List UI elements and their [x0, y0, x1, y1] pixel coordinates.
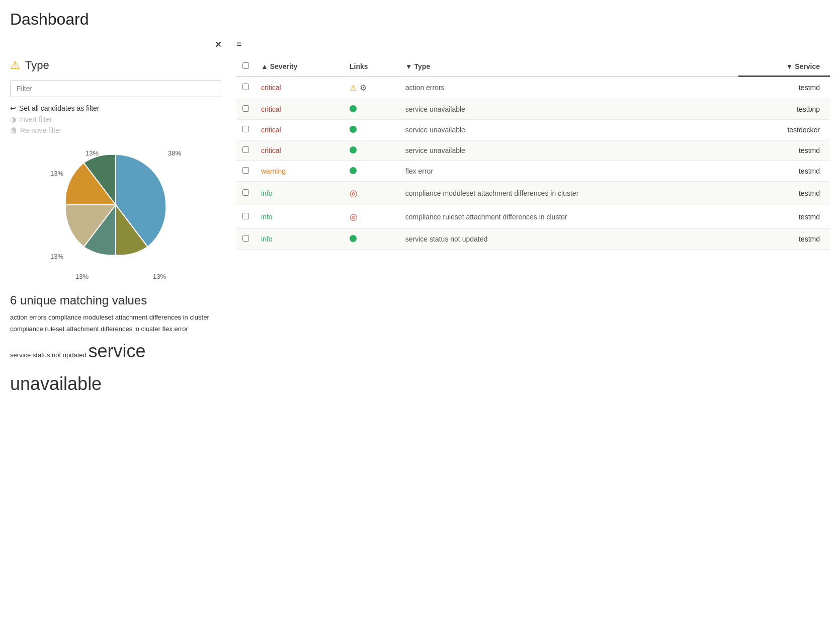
row-checkbox-cell	[236, 119, 255, 140]
row-severity: critical	[255, 76, 344, 99]
green-dot-icon	[350, 126, 357, 133]
green-dot-icon	[350, 105, 357, 112]
header-severity[interactable]: ▲ Severity	[255, 57, 344, 76]
row-severity: info	[255, 205, 344, 228]
row-checkbox-cell	[236, 181, 255, 205]
header-type[interactable]: ▼ Type	[399, 57, 738, 76]
row-links	[344, 229, 399, 248]
row-links	[344, 120, 399, 139]
row-checkbox-cell	[236, 228, 255, 249]
pie-chart: 38% 13% 13% 13% 13% 13%	[45, 144, 186, 285]
sidebar-actions: ↩ Set all candidates as filter ◑ Invert …	[10, 104, 221, 134]
row-type: service unavailable	[399, 99, 738, 119]
remove-filter-action: 🗑 Remove filter	[10, 126, 221, 134]
header-checkbox-cell	[236, 57, 255, 76]
row-severity: info	[255, 228, 344, 249]
arrow-back-icon: ↩	[10, 104, 16, 112]
row-checkbox-cell	[236, 76, 255, 99]
row-service: testbnp	[738, 99, 830, 119]
row-checkbox[interactable]	[242, 213, 249, 219]
green-dot-icon	[350, 167, 357, 174]
close-button[interactable]: ×	[215, 39, 221, 50]
row-checkbox[interactable]	[242, 126, 249, 132]
unique-count: 6 unique matching values	[10, 293, 221, 307]
row-service: testdocker	[738, 119, 830, 140]
set-candidates-action[interactable]: ↩ Set all candidates as filter	[10, 104, 221, 112]
sort-up-icon: ▲	[261, 62, 270, 70]
tag-action-errors: action errors	[10, 313, 46, 321]
tag-cloud: action errors compliance moduleset attac…	[10, 311, 221, 400]
row-severity: critical	[255, 119, 344, 140]
row-severity: warning	[255, 161, 344, 181]
type-header: ⚠ Type	[10, 59, 221, 72]
row-links: ⚠⚙	[344, 77, 399, 99]
green-dot-icon	[350, 235, 357, 242]
row-service: testmd	[738, 181, 830, 205]
severity-value: critical	[261, 105, 281, 113]
pie-label-13-bottom-left: 13%	[50, 253, 63, 260]
row-checkbox[interactable]	[242, 146, 249, 153]
tag-compliance-ruleset: compliance ruleset attachment difference…	[10, 325, 160, 333]
green-dot-icon	[350, 146, 357, 153]
warn-icon: ⚠	[350, 83, 357, 93]
table-row: info◎compliance moduleset attachment dif…	[236, 181, 830, 205]
pie-label-13-left: 13%	[50, 170, 63, 177]
header-checkbox[interactable]	[242, 62, 249, 69]
pie-label-13-bottom: 13%	[75, 273, 89, 280]
severity-value: critical	[261, 126, 281, 134]
pie-label-13-top: 13%	[86, 149, 99, 157]
table-row: criticalservice unavailabletestdocker	[236, 119, 830, 140]
row-checkbox[interactable]	[242, 105, 249, 112]
row-type: compliance moduleset attachment differen…	[399, 181, 738, 205]
severity-value: info	[261, 235, 273, 243]
table-row: criticalservice unavailabletestmd	[236, 140, 830, 161]
table-toolbar: ≡	[236, 39, 830, 53]
severity-value: info	[261, 213, 273, 221]
row-severity: critical	[255, 99, 344, 119]
gear-icon: ⚙	[360, 83, 367, 93]
table-area: ≡ ▲ Severity Links	[231, 39, 830, 618]
target-icon: ◎	[350, 211, 358, 222]
page-title: Dashboard	[10, 10, 830, 29]
row-checkbox[interactable]	[242, 235, 249, 242]
row-checkbox[interactable]	[242, 84, 249, 90]
invert-filter-action: ◑ Invert filter	[10, 115, 221, 123]
tag-compliance-moduleset: compliance moduleset attachment differen…	[48, 313, 209, 321]
row-service: testmd	[738, 228, 830, 249]
target-icon: ◎	[350, 188, 358, 199]
table-header-row: ▲ Severity Links ▼ Type ▼ Service	[236, 57, 830, 76]
pie-label-38: 38%	[168, 149, 181, 157]
severity-value: warning	[261, 167, 286, 175]
main-layout: × ⚠ Type ↩ Set all candidates as filter …	[10, 39, 830, 618]
row-checkbox[interactable]	[242, 189, 249, 196]
hamburger-icon[interactable]: ≡	[236, 39, 242, 49]
severity-value: info	[261, 189, 273, 197]
row-type: compliance ruleset attachment difference…	[399, 205, 738, 228]
row-checkbox[interactable]	[242, 167, 249, 174]
page: Dashboard × ⚠ Type ↩ Set all candidates …	[0, 0, 840, 628]
row-links	[344, 140, 399, 160]
tag-service-status: service status not updated	[10, 351, 87, 359]
severity-value: critical	[261, 84, 281, 92]
sidebar: × ⚠ Type ↩ Set all candidates as filter …	[10, 39, 231, 618]
row-type: service unavailable	[399, 119, 738, 140]
trash-icon: 🗑	[10, 126, 17, 134]
tag-flex-error: flex error	[162, 325, 188, 333]
row-service: testmd	[738, 161, 830, 181]
circle-icon: ◑	[10, 115, 16, 123]
table-row: criticalservice unavailabletestbnp	[236, 99, 830, 119]
table-row: critical⚠⚙action errorstestmd	[236, 76, 830, 99]
row-checkbox-cell	[236, 140, 255, 161]
filter-input[interactable]	[10, 80, 221, 97]
warning-icon: ⚠	[10, 59, 20, 72]
alerts-table: ▲ Severity Links ▼ Type ▼ Service	[236, 57, 830, 250]
row-checkbox-cell	[236, 99, 255, 119]
row-checkbox-cell	[236, 205, 255, 228]
header-service[interactable]: ▼ Service	[738, 57, 830, 76]
row-type: service status not updated	[399, 228, 738, 249]
severity-value: critical	[261, 146, 281, 154]
row-service: testmd	[738, 76, 830, 99]
table-row: info◎compliance ruleset attachment diffe…	[236, 205, 830, 228]
row-links: ◎	[344, 205, 399, 228]
row-links	[344, 161, 399, 180]
